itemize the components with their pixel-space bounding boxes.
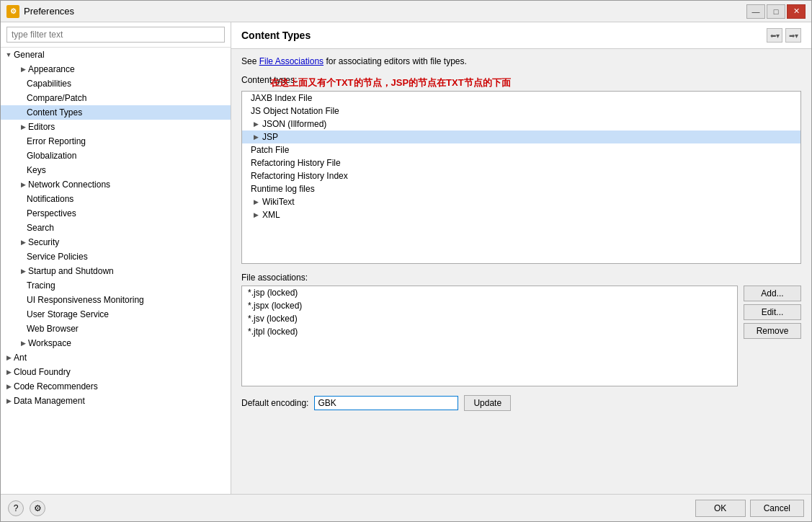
tree-item-ui-responsiveness[interactable]: UI Responsiveness Monitoring [1, 293, 231, 307]
tree-label-appearance: Appearance [28, 64, 75, 74]
help-button[interactable]: ? [8, 500, 24, 516]
right-panel-wrapper: Content Types ⬅▾ ➡▾ See File Association… [231, 22, 811, 494]
tree-item-startup-shutdown[interactable]: ▶ Startup and Shutdown [1, 264, 231, 278]
title-bar: ⚙ Preferences — □ ✕ [1, 1, 811, 22]
tree-label-compare-patch: Compare/Patch [27, 93, 86, 103]
expand-icon-editors: ▶ [18, 122, 28, 132]
expand-icon-code-recommenders: ▶ [4, 381, 14, 392]
list-item-jsp[interactable]: ▶ JSP [242, 130, 800, 143]
cancel-button[interactable]: Cancel [750, 500, 804, 517]
assoc-item-jsp[interactable]: *.jsp (locked) [242, 286, 737, 299]
update-button[interactable]: Update [464, 395, 511, 411]
list-item-xml[interactable]: ▶ XML [242, 208, 800, 221]
tree-item-capabilities[interactable]: Capabilities [1, 76, 231, 91]
assoc-buttons: Add... Edit... Remove [744, 286, 801, 339]
file-assoc-row: *.jsp (locked) *.jspx (locked) *.jsv (lo… [241, 286, 801, 386]
expand-icon-cloud-foundry: ▶ [4, 367, 14, 377]
tree-label-ui-responsiveness: UI Responsiveness Monitoring [27, 295, 144, 305]
tree-label-capabilities: Capabilities [27, 79, 71, 89]
tree-item-service-policies[interactable]: Service Policies [1, 249, 231, 264]
expand-icon-ant: ▶ [4, 353, 14, 363]
preferences-icon-button[interactable]: ⚙ [30, 500, 45, 516]
tree-item-perspectives[interactable]: Perspectives [1, 206, 231, 221]
file-assoc-list[interactable]: *.jsp (locked) *.jspx (locked) *.jsv (lo… [241, 286, 738, 386]
assoc-item-jtpl[interactable]: *.jtpl (locked) [242, 325, 737, 338]
filter-input[interactable] [6, 27, 225, 43]
tree-label-user-storage: User Storage Service [27, 309, 109, 319]
tree-item-keys[interactable]: Keys [1, 163, 231, 177]
tree-item-general[interactable]: ▼ General [1, 48, 231, 62]
tree-label-code-recommenders: Code Recommenders [14, 381, 98, 392]
encoding-input[interactable] [314, 396, 458, 410]
tree-item-code-recommenders[interactable]: ▶ Code Recommenders [1, 379, 231, 394]
tree-label-ant: Ant [14, 353, 27, 363]
tree-item-notifications[interactable]: Notifications [1, 192, 231, 206]
list-item-wikitext[interactable]: ▶ WikiText [242, 195, 800, 208]
list-label-wikitext: WikiText [262, 197, 295, 207]
assoc-item-jsv[interactable]: *.jsv (locked) [242, 312, 737, 325]
content-types-list[interactable]: JAXB Index File JS Object Notation File … [241, 91, 801, 264]
list-label-xml: XML [262, 210, 280, 220]
panel-body: See File Associations for associating ed… [231, 49, 811, 494]
tree-item-error-reporting[interactable]: Error Reporting [1, 134, 231, 149]
tree-item-user-storage[interactable]: User Storage Service [1, 307, 231, 322]
content-types-label: Content types: [241, 75, 801, 85]
tree-item-security[interactable]: ▶ Security [1, 235, 231, 249]
close-button[interactable]: ✕ [787, 4, 806, 19]
remove-button[interactable]: Remove [744, 323, 801, 339]
tree-label-editors: Editors [28, 122, 55, 132]
panel-toolbar: ⬅▾ ➡▾ [767, 28, 801, 43]
expand-icon-security: ▶ [18, 237, 28, 247]
tree-item-tracing[interactable]: Tracing [1, 278, 231, 293]
list-item-js-object[interactable]: JS Object Notation File [242, 105, 800, 118]
file-associations-link[interactable]: File Associations [259, 56, 324, 66]
app-icon: ⚙ [6, 5, 19, 18]
tree-item-appearance[interactable]: ▶ Appearance [1, 62, 231, 76]
tree-item-content-types[interactable]: Content Types [1, 105, 231, 120]
list-item-refactor-idx[interactable]: Refactoring History Index [242, 169, 800, 182]
list-item-runtime-log[interactable]: Runtime log files [242, 182, 800, 195]
expand-icon-data-management: ▶ [4, 396, 14, 406]
tree-item-editors[interactable]: ▶ Editors [1, 120, 231, 134]
tree-label-general: General [14, 50, 45, 60]
encoding-row: Default encoding: Update [241, 392, 801, 411]
list-item-patch[interactable]: Patch File [242, 143, 800, 156]
tree-item-network-connections[interactable]: ▶ Network Connections [1, 177, 231, 192]
tree-label-security: Security [28, 237, 59, 247]
list-label-json: JSON (Illformed) [262, 119, 326, 129]
list-item-json[interactable]: ▶ JSON (Illformed) [242, 118, 800, 130]
back-button[interactable]: ⬅▾ [767, 28, 782, 43]
tree-item-web-browser[interactable]: Web Browser [1, 322, 231, 336]
list-label-refactor-idx: Refactoring History Index [251, 171, 348, 181]
list-item-refactor-hist[interactable]: Refactoring History File [242, 156, 800, 169]
tree-item-data-management[interactable]: ▶ Data Management [1, 394, 231, 408]
ok-button[interactable]: OK [695, 500, 746, 517]
window-title: Preferences [24, 6, 74, 17]
tree-item-ant[interactable]: ▶ Ant [1, 350, 231, 365]
tree-label-data-management: Data Management [14, 396, 85, 406]
edit-button[interactable]: Edit... [744, 304, 801, 320]
list-label-refactor-hist: Refactoring History File [251, 158, 341, 168]
encoding-label: Default encoding: [241, 398, 308, 408]
tree-item-workspace[interactable]: ▶ Workspace [1, 336, 231, 350]
tree-item-compare-patch[interactable]: Compare/Patch [1, 91, 231, 105]
assoc-item-jspx[interactable]: *.jspx (locked) [242, 299, 737, 312]
file-associations-section: File associations: *.jsp (locked) *.jspx… [241, 270, 801, 386]
minimize-button[interactable]: — [746, 4, 765, 19]
maximize-button[interactable]: □ [767, 4, 785, 19]
tree-item-globalization[interactable]: Globalization [1, 149, 231, 163]
forward-button[interactable]: ➡▾ [785, 28, 801, 43]
tree-item-search[interactable]: Search [1, 221, 231, 235]
list-item-jaxb[interactable]: JAXB Index File [242, 92, 800, 105]
expand-icon-network: ▶ [18, 180, 28, 190]
panel-title: Content Types [241, 30, 311, 41]
tree-label-error-reporting: Error Reporting [27, 136, 86, 146]
description-prefix: See [241, 56, 259, 66]
add-button[interactable]: Add... [744, 286, 801, 301]
tree-label-cloud-foundry: Cloud Foundry [14, 367, 71, 377]
window-controls: — □ ✕ [746, 4, 806, 19]
description-suffix: for associating editors with file types. [324, 56, 467, 66]
tree-label-keys: Keys [27, 165, 46, 175]
panel-header: Content Types ⬅▾ ➡▾ [231, 22, 811, 49]
tree-item-cloud-foundry[interactable]: ▶ Cloud Foundry [1, 365, 231, 379]
